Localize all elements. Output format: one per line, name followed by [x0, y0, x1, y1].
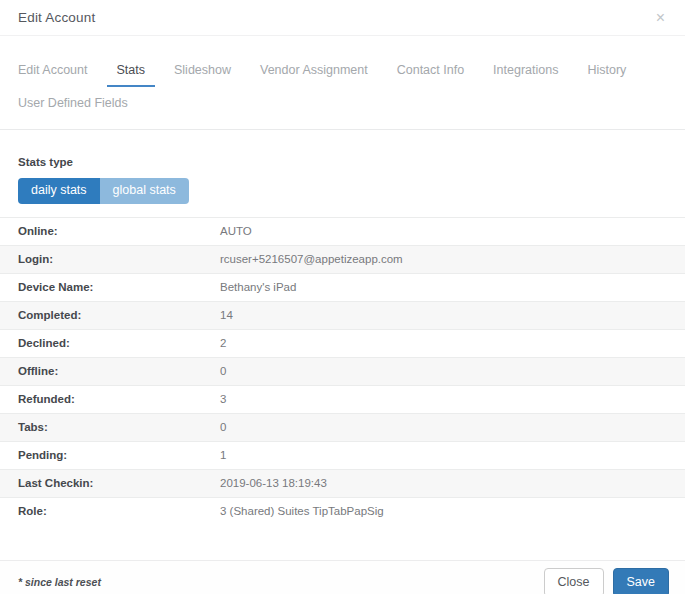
tab-stats[interactable]: Stats — [107, 63, 156, 87]
row-value: AUTO — [220, 225, 252, 237]
tab-user-defined-fields[interactable]: User Defined Fields — [8, 96, 138, 120]
table-row-tabs: Tabs: 0 — [0, 413, 685, 441]
table-row-last-checkin: Last Checkin: 2019-06-13 18:19:43 — [0, 469, 685, 497]
row-value: 0 — [220, 421, 226, 433]
row-value: 2 — [220, 337, 226, 349]
daily-stats-button[interactable]: daily stats — [18, 178, 100, 204]
tab-edit-account[interactable]: Edit Account — [8, 63, 98, 87]
close-icon[interactable]: × — [656, 10, 665, 26]
row-label: Login: — [18, 253, 220, 265]
tab-bar: Edit Account Stats Slideshow Vendor Assi… — [0, 36, 685, 130]
row-value: 14 — [220, 309, 233, 321]
row-value: 1 — [220, 449, 226, 461]
row-value: Bethany's iPad — [220, 281, 296, 293]
tab-history[interactable]: History — [577, 63, 636, 87]
row-label: Declined: — [18, 337, 220, 349]
table-row-device-name: Device Name: Bethany's iPad — [0, 273, 685, 301]
stats-table: Online: AUTO Login: rcuser+5216507@appet… — [0, 217, 685, 525]
row-label: Device Name: — [18, 281, 220, 293]
modal-header: Edit Account × — [0, 0, 685, 36]
save-button[interactable]: Save — [613, 568, 670, 594]
row-value: 3 (Shared) Suites TipTabPapSig — [220, 505, 384, 517]
close-button[interactable]: Close — [544, 568, 604, 594]
stats-type-toggle: daily stats global stats — [18, 178, 189, 204]
tab-slideshow[interactable]: Slideshow — [164, 63, 241, 87]
tab-integrations[interactable]: Integrations — [483, 63, 568, 87]
table-row-offline: Offline: 0 — [0, 357, 685, 385]
table-row-declined: Declined: 2 — [0, 329, 685, 357]
row-value: 3 — [220, 393, 226, 405]
stats-type-label: Stats type — [18, 156, 667, 168]
table-row-completed: Completed: 14 — [0, 301, 685, 329]
since-last-reset-note: * since last reset — [18, 576, 101, 588]
modal-footer: * since last reset Close Save — [0, 560, 685, 594]
tab-vendor-assignment[interactable]: Vendor Assignment — [250, 63, 378, 87]
footer-buttons: Close Save — [544, 568, 669, 594]
row-label: Refunded: — [18, 393, 220, 405]
row-label: Online: — [18, 225, 220, 237]
table-row-refunded: Refunded: 3 — [0, 385, 685, 413]
row-label: Tabs: — [18, 421, 220, 433]
table-row-login: Login: rcuser+5216507@appetizeapp.com — [0, 245, 685, 273]
table-row-role: Role: 3 (Shared) Suites TipTabPapSig — [0, 497, 685, 525]
row-label: Pending: — [18, 449, 220, 461]
table-row-pending: Pending: 1 — [0, 441, 685, 469]
row-label: Role: — [18, 505, 220, 517]
page-title: Edit Account — [18, 10, 95, 25]
global-stats-button[interactable]: global stats — [100, 178, 189, 204]
row-value: rcuser+5216507@appetizeapp.com — [220, 253, 403, 265]
tab-contact-info[interactable]: Contact Info — [387, 63, 474, 87]
edit-account-modal: Edit Account × Edit Account Stats Slides… — [0, 0, 685, 594]
row-value: 2019-06-13 18:19:43 — [220, 477, 327, 489]
row-value: 0 — [220, 365, 226, 377]
row-label: Completed: — [18, 309, 220, 321]
row-label: Last Checkin: — [18, 477, 220, 489]
table-row-online: Online: AUTO — [0, 217, 685, 245]
stats-type-section: Stats type daily stats global stats — [18, 156, 667, 204]
row-label: Offline: — [18, 365, 220, 377]
